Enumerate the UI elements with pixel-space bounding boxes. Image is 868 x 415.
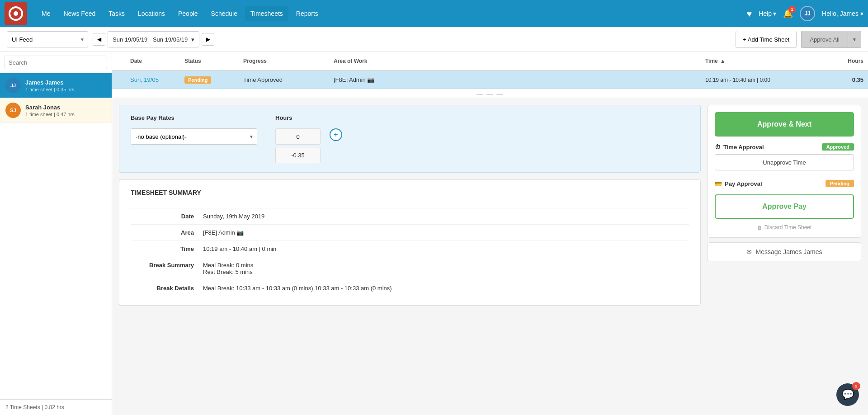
timesheet-row[interactable]: Sun, 19/05 Pending Time Approved [F8E] A… xyxy=(112,71,868,89)
time-approval-section: Time Approval Approved Unapprove Time xyxy=(715,143,854,170)
pay-rates-label: Base Pay Rates xyxy=(131,114,257,121)
hello-label[interactable]: Hello, James ▾ xyxy=(822,10,863,17)
pay-rates-select[interactable]: -no base (optional)- xyxy=(131,128,257,145)
approve-all-dropdown-button[interactable]: ▼ xyxy=(848,31,861,48)
pay-rates-card: Base Pay Rates -no base (optional)- ▼ Ho… xyxy=(119,105,701,173)
nav-links: Me News Feed Tasks Locations People Sche… xyxy=(36,6,746,21)
chat-icon: 💬 xyxy=(842,389,854,401)
hours-inputs xyxy=(275,128,321,163)
trash-icon xyxy=(757,224,762,231)
ts-progress: Time Approved xyxy=(243,76,334,83)
content-area: Date Status Progress Area of Work Time ▲… xyxy=(112,52,868,415)
approve-all-button[interactable]: Approve All xyxy=(801,31,848,48)
nav-news-feed[interactable]: News Feed xyxy=(58,6,101,21)
ts-hours: 0.35 xyxy=(832,76,863,83)
notification-badge: 1 xyxy=(788,6,796,13)
resize-dots-icon: — — — xyxy=(476,90,504,97)
summary-key-time: Time xyxy=(131,245,203,252)
th-progress[interactable]: Progress xyxy=(243,58,334,64)
time-approval-header: Time Approval Approved xyxy=(715,143,854,151)
sidebar: JJ James James 1 time sheet | 0.35 hrs S… xyxy=(0,52,112,415)
nav-locations[interactable]: Locations xyxy=(132,6,170,21)
summary-val-time: 10:19 am - 10:40 am | 0 min xyxy=(203,245,689,252)
pay-approval-section: Pay Approval Pending Approve Pay xyxy=(715,180,854,219)
resize-handle[interactable]: — — — xyxy=(112,89,868,98)
th-time[interactable]: Time ▲ xyxy=(705,58,832,64)
toolbar: UI Feed ▼ ◀ Sun 19/05/19 - Sun 19/05/19 … xyxy=(0,27,868,52)
sort-icon: ▲ xyxy=(720,58,726,64)
chat-notification-badge: 2 xyxy=(852,382,860,390)
date-navigation: ◀ Sun 19/05/19 - Sun 19/05/19 ▾ ▶ xyxy=(93,31,214,47)
user-avatar[interactable]: JJ xyxy=(800,6,815,21)
summary-row-break-details: Break Details Meal Break: 10:33 am - 10:… xyxy=(131,280,689,296)
th-status[interactable]: Status xyxy=(184,58,243,64)
hours-input-main[interactable] xyxy=(275,128,321,145)
hours-row: + xyxy=(275,128,689,163)
sarah-avatar: SJ xyxy=(5,103,21,118)
th-hours[interactable]: Hours xyxy=(832,58,863,64)
nav-timesheets[interactable]: Timesheets xyxy=(245,6,288,21)
chat-bubble[interactable]: 💬 2 xyxy=(836,383,859,406)
th-date[interactable]: Date xyxy=(130,58,184,64)
james-info: James James 1 time sheet | 0.35 hrs xyxy=(25,79,106,92)
hours-input-diff[interactable] xyxy=(275,147,321,163)
status-badge-pending: Pending xyxy=(184,76,211,84)
svg-point-1 xyxy=(14,11,18,16)
discard-timesheet-link[interactable]: Discard Time Sheet xyxy=(715,224,854,231)
sidebar-person-james[interactable]: JJ James James 1 time sheet | 0.35 hrs xyxy=(0,73,112,98)
ts-area: [F8E] Admin 📷 xyxy=(334,76,705,83)
approve-next-button[interactable]: Approve & Next xyxy=(715,112,854,137)
date-range-picker[interactable]: Sun 19/05/19 - Sun 19/05/19 ▾ xyxy=(108,31,199,47)
action-card: Approve & Next Time Approval Approved Un… xyxy=(708,105,861,238)
hours-section: Hours + xyxy=(275,114,689,163)
message-icon xyxy=(746,248,752,255)
ts-status: Pending xyxy=(184,76,243,84)
ts-date: Sun, 19/05 xyxy=(130,76,184,83)
message-card[interactable]: Message James James xyxy=(708,242,861,261)
ts-time: 10:19 am - 10:40 am | 0:00 xyxy=(705,77,832,83)
favorites-icon[interactable]: ♥ xyxy=(746,9,752,19)
app-logo[interactable] xyxy=(5,2,27,25)
nav-reports[interactable]: Reports xyxy=(291,6,324,21)
pay-approval-header: Pay Approval Pending xyxy=(715,180,854,187)
divider xyxy=(715,176,854,176)
clock-icon xyxy=(715,144,721,151)
summary-row-time: Time 10:19 am - 10:40 am | 0 min xyxy=(131,241,689,257)
add-timesheet-button[interactable]: + Add Time Sheet xyxy=(736,31,797,48)
next-date-button[interactable]: ▶ xyxy=(202,33,214,46)
summary-key-break-details: Break Details xyxy=(131,285,203,292)
approve-all-group: Approve All ▼ xyxy=(801,31,861,48)
sidebar-person-sarah[interactable]: SJ Sarah Jonas 1 time sheet | 0.47 hrs xyxy=(0,98,112,123)
help-menu[interactable]: Help ▾ xyxy=(759,10,776,17)
summary-title: TIMESHEET SUMMARY xyxy=(131,189,689,201)
summary-val-break: Meal Break: 0 mins Rest Break: 5 mins xyxy=(203,262,689,275)
right-panel: Approve & Next Time Approval Approved Un… xyxy=(708,105,861,306)
summary-val-break-details: Meal Break: 10:33 am - 10:33 am (0 mins)… xyxy=(203,285,689,292)
summary-val-area: [F8E] Admin 📷 xyxy=(203,229,689,236)
summary-key-area: Area xyxy=(131,229,203,236)
nav-schedule[interactable]: Schedule xyxy=(206,6,243,21)
hours-label: Hours xyxy=(275,114,689,121)
unapprove-time-button[interactable]: Unapprove Time xyxy=(715,154,854,170)
james-avatar: JJ xyxy=(5,78,21,93)
add-hours-button[interactable]: + xyxy=(330,128,342,141)
sidebar-footer: 2 Time Sheets | 0.82 hrs xyxy=(0,399,112,415)
time-approval-title: Time Approval xyxy=(715,144,764,151)
prev-date-button[interactable]: ◀ xyxy=(93,33,105,46)
sarah-meta: 1 time sheet | 0.47 hrs xyxy=(25,112,106,117)
card-icon xyxy=(715,180,722,187)
notifications-icon[interactable]: 🔔 1 xyxy=(783,9,793,19)
james-meta: 1 time sheet | 0.35 hrs xyxy=(25,87,106,92)
th-area[interactable]: Area of Work xyxy=(334,58,705,64)
detail-panel: Base Pay Rates -no base (optional)- ▼ Ho… xyxy=(112,98,868,312)
sarah-name: Sarah Jonas xyxy=(25,104,106,111)
search-input[interactable] xyxy=(5,56,107,69)
feed-select[interactable]: UI Feed xyxy=(7,31,88,47)
nav-me[interactable]: Me xyxy=(36,6,56,21)
nav-people[interactable]: People xyxy=(173,6,203,21)
summary-row-break: Break Summary Meal Break: 0 mins Rest Br… xyxy=(131,257,689,280)
sarah-info: Sarah Jonas 1 time sheet | 0.47 hrs xyxy=(25,104,106,117)
approve-pay-button[interactable]: Approve Pay xyxy=(715,194,854,219)
nav-tasks[interactable]: Tasks xyxy=(103,6,130,21)
table-header: Date Status Progress Area of Work Time ▲… xyxy=(112,52,868,71)
